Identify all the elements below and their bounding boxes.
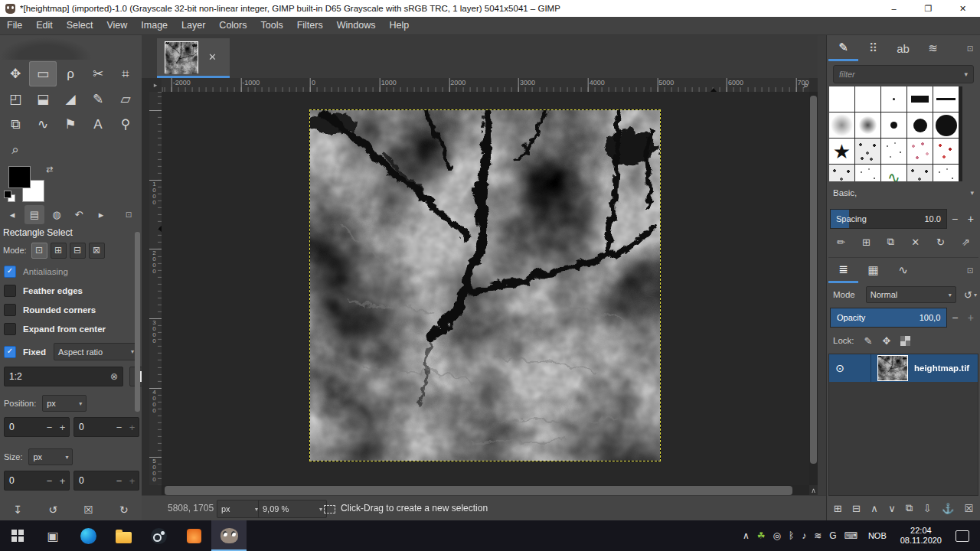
menu-windows[interactable]: Windows [330, 17, 383, 34]
channels-tab[interactable]: ▦ [858, 259, 888, 282]
brush-line[interactable] [933, 86, 959, 112]
edit-brush-button[interactable]: ✏ [837, 236, 845, 248]
default-colors-icon[interactable] [4, 191, 15, 201]
brush-star[interactable]: ★ [829, 139, 854, 164]
zoom-level-dropdown[interactable]: 9,09 % ▾ [258, 500, 327, 518]
lower-layer-button[interactable]: ∨ [888, 503, 896, 514]
scissors-select-tool[interactable]: ✂ [84, 61, 112, 86]
vertical-scrollbar[interactable] [809, 92, 818, 485]
brush-speckle-3[interactable] [933, 165, 959, 181]
brush-grain-1[interactable] [855, 139, 880, 164]
canvas-viewport[interactable] [162, 92, 809, 485]
increment-button[interactable]: + [126, 475, 139, 487]
steam-tray-icon[interactable]: ◎ [773, 530, 780, 541]
layer-mode-dropdown[interactable]: Normal ▾ [866, 286, 956, 303]
gradients-tab[interactable]: ≋ [918, 37, 948, 60]
menu-layer[interactable]: Layer [175, 17, 212, 34]
new-brush-button[interactable]: ⊞ [862, 236, 871, 248]
mode-switch-button[interactable]: ↺▾ [964, 289, 977, 301]
menu-view[interactable]: View [100, 17, 134, 34]
duplicate-brush-button[interactable]: ⧉ [887, 236, 894, 248]
raise-layer-button[interactable]: ∧ [871, 503, 878, 514]
images-tab[interactable]: ▸ [91, 205, 111, 224]
opacity-increment-button[interactable]: + [963, 311, 978, 324]
ruler-corner-button[interactable]: ▸ [149, 78, 162, 92]
decrement-button[interactable]: − [43, 475, 56, 487]
new-layer-button[interactable]: ⊞ [834, 503, 842, 514]
file-explorer-icon[interactable] [106, 520, 141, 551]
delete-tool-preset-button[interactable]: ☒ [83, 504, 93, 516]
taskbar-clock[interactable]: 22:04 08.11.2020 [900, 526, 942, 546]
save-tool-preset-button[interactable]: ↧ [13, 504, 22, 516]
swap-colors-icon[interactable]: ⇄ [46, 165, 53, 174]
free-select-tool[interactable]: ρ [57, 61, 84, 86]
merge-down-button[interactable]: ⇩ [923, 503, 932, 514]
size-height-spinner[interactable]: 0 − + [74, 471, 139, 491]
eraser-tool[interactable]: ▱ [112, 86, 139, 112]
bucket-fill-tool[interactable]: ◢ [57, 86, 84, 112]
device-status-tab[interactable]: ◍ [47, 205, 67, 224]
rectangle-select-tool[interactable]: ▭ [29, 61, 57, 86]
bluetooth-icon[interactable]: ᛒ [789, 530, 794, 541]
horizontal-scrollbar-thumb[interactable] [165, 486, 792, 495]
brush-vine[interactable]: ∿ [881, 165, 906, 181]
close-button[interactable]: ✕ [946, 0, 980, 17]
clone-tool[interactable]: ⧉ [2, 112, 29, 137]
refresh-brushes-button[interactable]: ↻ [936, 236, 945, 248]
gimp-taskbar-icon[interactable] [211, 520, 247, 551]
mode-replace-button[interactable]: ⊡ [31, 243, 47, 259]
lock-pixels-icon[interactable]: ✎ [864, 335, 873, 347]
alignment-tool[interactable]: ⚑ [57, 112, 84, 137]
horizontal-ruler[interactable]: ⌕ -2000-10000100020003000400050006000700… [162, 78, 809, 92]
spacing-decrement-button[interactable]: − [947, 213, 963, 225]
gpu-tray-icon[interactable]: G [829, 530, 836, 541]
checkbox-rounded-corners[interactable]: Rounded corners [4, 300, 138, 319]
decrement-button[interactable]: − [113, 422, 126, 433]
delete-brush-button[interactable]: ✕ [911, 236, 920, 248]
lock-alpha-icon[interactable] [900, 336, 910, 346]
brush-grain-3[interactable] [907, 165, 933, 181]
fixed-checkbox[interactable]: ✓ [4, 346, 16, 358]
brush-block-bar[interactable] [907, 86, 933, 112]
foreground-color-swatch[interactable] [8, 166, 31, 188]
checkbox-antialiasing[interactable]: ✓Antialiasing [4, 262, 138, 281]
visibility-eye-icon[interactable]: ⊙ [829, 362, 851, 374]
brush-grain-2[interactable] [829, 165, 854, 181]
tab-menu-button[interactable]: ⊡ [119, 205, 139, 224]
brush-block-1[interactable] [829, 86, 854, 112]
spacing-slider[interactable]: Spacing 10.0 [830, 209, 947, 229]
reset-tool-options-button[interactable]: ↻ [119, 504, 129, 516]
duplicate-layer-button[interactable]: ⧉ [906, 502, 913, 514]
mode-intersect-button[interactable]: ⊠ [89, 243, 105, 259]
position-x-spinner[interactable]: 0 − + [4, 417, 70, 437]
menu-select[interactable]: Select [60, 17, 100, 34]
smudge-tool[interactable]: ∿ [29, 112, 57, 137]
clear-icon[interactable]: ⊗ [110, 371, 118, 382]
statusbar-unit-dropdown[interactable]: px ▾ [217, 500, 263, 518]
unified-transform-tool[interactable]: ◰ [2, 86, 29, 112]
checkbox-box[interactable] [4, 323, 16, 335]
paths-tab[interactable]: ∿ [888, 259, 918, 282]
tool-options-tab[interactable]: ▤ [24, 205, 44, 224]
anchor-layer-button[interactable]: ⚓ [942, 503, 954, 514]
checkbox-box[interactable]: ✓ [4, 266, 16, 278]
mode-subtract-button[interactable]: ⊟ [70, 243, 86, 259]
checkbox-box[interactable] [4, 304, 16, 316]
new-group-button[interactable]: ⊟ [852, 503, 861, 514]
flip-tool[interactable]: ⬓ [29, 86, 57, 112]
zoom-tool[interactable]: ⌕ [2, 137, 29, 162]
size-unit-dropdown[interactable]: px ▾ [28, 448, 73, 465]
menu-colors[interactable]: Colors [212, 17, 253, 34]
app-icon-orange[interactable] [176, 520, 211, 551]
menu-image[interactable]: Image [134, 17, 175, 34]
lock-position-icon[interactable]: ✥ [882, 335, 890, 347]
aspect-ratio-input[interactable]: 1:2 ⊗ [4, 367, 123, 386]
steam-icon[interactable] [141, 520, 176, 551]
brush-block-2[interactable] [855, 86, 880, 112]
tool-options-scrollbar[interactable] [135, 232, 140, 412]
menu-file[interactable]: File [0, 17, 29, 34]
checkbox-box[interactable] [4, 285, 16, 297]
crop-tool[interactable]: ⌗ [112, 61, 139, 86]
position-y-spinner[interactable]: 0 − + [74, 417, 139, 437]
hidden-icons-chevron[interactable]: ∧ [743, 530, 750, 541]
